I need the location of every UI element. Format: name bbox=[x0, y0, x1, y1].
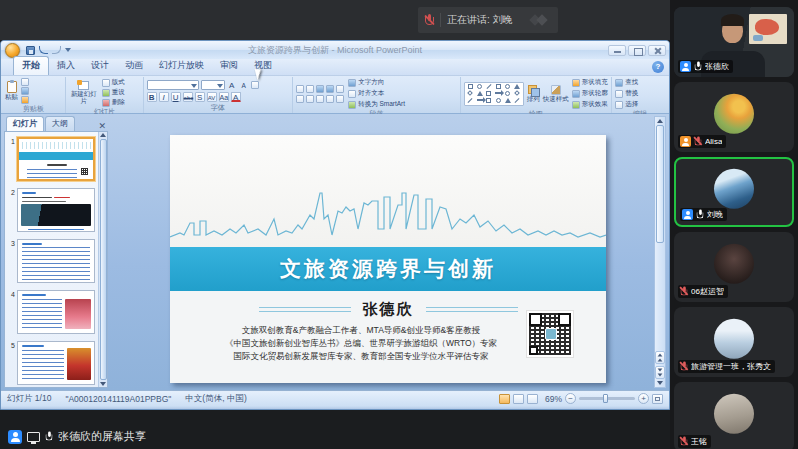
font-color-button[interactable]: A bbox=[231, 92, 241, 102]
participant-tile[interactable]: 06赵运智 bbox=[674, 232, 794, 302]
zoom-in-button[interactable]: + bbox=[638, 393, 649, 404]
previous-slide-button[interactable] bbox=[655, 351, 665, 364]
font-size-select[interactable] bbox=[201, 80, 225, 90]
change-case-button[interactable]: Aa bbox=[219, 92, 229, 102]
maximize-button[interactable] bbox=[628, 45, 646, 56]
find-button[interactable]: 查找 bbox=[615, 78, 638, 87]
bullets-icon[interactable] bbox=[296, 85, 304, 93]
align-text-button[interactable]: 对齐文本 bbox=[348, 89, 405, 98]
numbering-icon[interactable] bbox=[306, 85, 314, 93]
scrollbar-thumb[interactable] bbox=[100, 139, 107, 380]
increase-indent-icon[interactable] bbox=[326, 85, 334, 93]
arrange-button[interactable]: 排列 bbox=[527, 85, 540, 103]
close-button[interactable] bbox=[648, 45, 666, 56]
panel-scrollbar[interactable] bbox=[98, 132, 107, 387]
tab-slides-thumbnails[interactable]: 幻灯片 bbox=[6, 116, 44, 131]
participant-tile[interactable]: 旅游管理一班，张秀文 bbox=[674, 307, 794, 377]
tab-view[interactable]: 视图 bbox=[246, 57, 280, 75]
ribbon-tab-row: 开始 插入 设计 动画 幻灯片放映 审阅 视图 ? bbox=[1, 59, 669, 76]
shapes-gallery[interactable] bbox=[464, 82, 524, 106]
justify-icon[interactable] bbox=[326, 95, 334, 103]
participant-tile[interactable]: 张德欣 bbox=[674, 7, 794, 77]
undo-icon[interactable] bbox=[39, 46, 48, 54]
tab-animations[interactable]: 动画 bbox=[117, 57, 151, 75]
tab-outline[interactable]: 大纲 bbox=[45, 116, 75, 131]
scroll-down-icon[interactable] bbox=[100, 382, 106, 386]
participant-tile-speaking[interactable]: 刘晚 bbox=[674, 157, 794, 227]
paste-button[interactable]: 粘贴 bbox=[5, 81, 18, 101]
quick-styles-icon bbox=[551, 85, 561, 95]
font-name-select[interactable] bbox=[147, 80, 199, 90]
zoom-out-button[interactable]: − bbox=[565, 393, 576, 404]
columns-icon[interactable] bbox=[336, 95, 344, 103]
participant-tile[interactable]: 王铭 bbox=[674, 382, 794, 449]
tab-slideshow[interactable]: 幻灯片放映 bbox=[151, 57, 212, 75]
minimize-button[interactable] bbox=[608, 45, 626, 56]
vertical-scrollbar[interactable] bbox=[654, 116, 666, 388]
shrink-font-icon[interactable]: A bbox=[239, 80, 249, 90]
fit-to-window-button[interactable] bbox=[652, 394, 663, 404]
tab-home[interactable]: 开始 bbox=[13, 56, 49, 75]
align-left-icon[interactable] bbox=[296, 95, 304, 103]
clear-format-icon[interactable] bbox=[251, 81, 259, 89]
scroll-down-icon[interactable] bbox=[657, 381, 663, 385]
slide-thumbnail-5[interactable]: 5 bbox=[6, 341, 97, 385]
panel-close-icon[interactable]: ✕ bbox=[98, 122, 106, 131]
speaking-label: 正在讲话: 刘晚 bbox=[447, 13, 513, 27]
scroll-up-icon[interactable] bbox=[657, 119, 663, 123]
paste-icon bbox=[7, 81, 17, 93]
grow-font-icon[interactable]: A bbox=[227, 80, 237, 90]
shape-effects-button[interactable]: 形状效果 bbox=[572, 100, 608, 109]
bold-button[interactable]: B bbox=[147, 92, 157, 102]
scroll-up-icon[interactable] bbox=[100, 133, 106, 137]
decrease-indent-icon[interactable] bbox=[316, 85, 324, 93]
slide-thumbnail-1[interactable]: 1 bbox=[6, 137, 97, 181]
avatar bbox=[714, 394, 754, 434]
new-slide-button[interactable]: 新建幻灯片 bbox=[69, 81, 99, 105]
strikethrough-button[interactable]: abc bbox=[183, 92, 193, 102]
tab-insert[interactable]: 插入 bbox=[49, 57, 83, 75]
align-right-icon[interactable] bbox=[316, 95, 324, 103]
current-slide[interactable]: 文旅资源跨界与创新 张德欣 文旅双创教育&产教融合工作者、MTA导师&创业导师&… bbox=[170, 135, 606, 383]
format-painter-icon[interactable] bbox=[21, 96, 29, 104]
next-slide-button[interactable] bbox=[655, 366, 665, 379]
copy-icon[interactable] bbox=[21, 87, 29, 95]
italic-button[interactable]: I bbox=[159, 92, 169, 102]
help-icon[interactable]: ? bbox=[652, 61, 664, 73]
slide-thumbnail-4[interactable]: 4 bbox=[6, 290, 97, 334]
redo-icon[interactable] bbox=[52, 46, 61, 54]
cut-icon[interactable] bbox=[21, 78, 29, 86]
save-icon[interactable] bbox=[26, 46, 35, 55]
shape-outline-button[interactable]: 形状轮廓 bbox=[572, 89, 608, 98]
underline-button[interactable]: U bbox=[171, 92, 181, 102]
zoom-slider[interactable] bbox=[579, 397, 635, 400]
select-button[interactable]: 选择 bbox=[615, 100, 638, 109]
quick-styles-button[interactable]: 快速样式 bbox=[543, 85, 569, 103]
scrollbar-thumb[interactable] bbox=[656, 125, 664, 243]
avatar bbox=[714, 319, 754, 359]
slideshow-view-icon[interactable] bbox=[527, 394, 538, 404]
shape-fill-button[interactable]: 形状填充 bbox=[572, 78, 608, 87]
mic-on-icon bbox=[696, 210, 703, 220]
tab-review[interactable]: 审阅 bbox=[212, 57, 246, 75]
slide-thumbnail-2[interactable]: 2 bbox=[6, 188, 97, 232]
smartart-button[interactable]: 转换为 SmartArt bbox=[348, 100, 405, 109]
participant-tile[interactable]: Alisa bbox=[674, 82, 794, 152]
text-shadow-button[interactable]: S bbox=[195, 92, 205, 102]
layout-button[interactable]: 版式 bbox=[102, 78, 125, 87]
tab-design[interactable]: 设计 bbox=[83, 57, 117, 75]
reset-button[interactable]: 重设 bbox=[102, 88, 125, 97]
avatar bbox=[714, 244, 754, 284]
mic-muted-icon bbox=[425, 14, 434, 27]
normal-view-icon[interactable] bbox=[499, 394, 510, 404]
slide-sorter-view-icon[interactable] bbox=[513, 394, 524, 404]
align-center-icon[interactable] bbox=[306, 95, 314, 103]
qat-dropdown-icon[interactable] bbox=[65, 48, 71, 52]
line-spacing-icon[interactable] bbox=[336, 85, 344, 93]
character-spacing-button[interactable]: AV bbox=[207, 92, 217, 102]
replace-button[interactable]: 替换 bbox=[615, 89, 638, 98]
zoom-slider-thumb[interactable] bbox=[603, 394, 608, 403]
slide-thumbnail-3[interactable]: 3 bbox=[6, 239, 97, 283]
delete-button[interactable]: 删除 bbox=[102, 98, 125, 107]
text-direction-button[interactable]: 文字方向 bbox=[348, 78, 405, 87]
